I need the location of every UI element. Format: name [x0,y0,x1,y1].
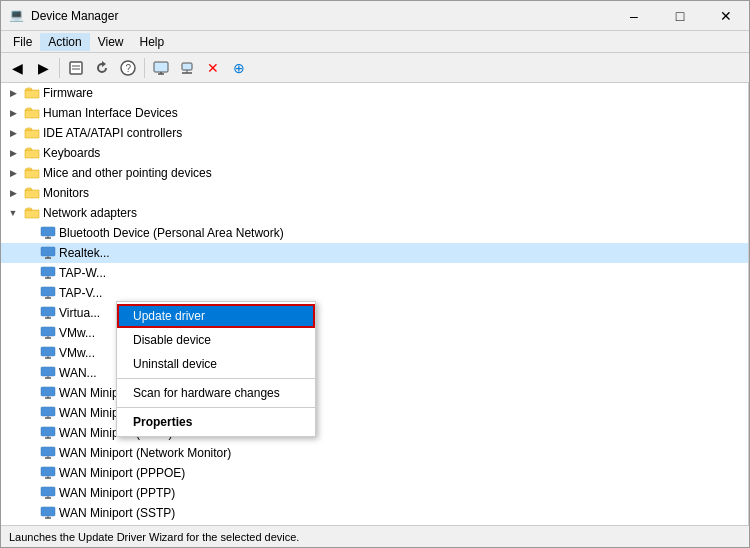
expand-icon-wan[interactable] [21,365,37,381]
tree-item-firmware[interactable]: ▶Firmware [1,83,748,103]
item-label-firmware: Firmware [43,86,93,100]
ctx-item-props[interactable]: Properties [117,410,315,434]
status-bar: Launches the Update Driver Wizard for th… [1,525,749,547]
item-label-wan: WAN... [59,366,97,380]
tree-item-keyboards[interactable]: ▶Keyboards [1,143,748,163]
tree-item-ide[interactable]: ▶IDE ATA/ATAPI controllers [1,123,748,143]
expand-icon-wan_pppoe[interactable] [21,465,37,481]
expand-icon-wan_sstp[interactable] [21,505,37,521]
tree-item-wan_ip[interactable]: WAN Miniport (IP) [1,383,748,403]
tree-item-realtek[interactable]: Realtek... [1,243,748,263]
tree-item-hid[interactable]: ▶Human Interface Devices [1,103,748,123]
item-icon-firmware [24,85,40,101]
tree-item-wan_sstp[interactable]: WAN Miniport (SSTP) [1,503,748,523]
back-button[interactable]: ◀ [5,56,29,80]
expand-icon-realtek[interactable] [21,245,37,261]
item-label-wan_pptp: WAN Miniport (PPTP) [59,486,175,500]
expand-icon-wan_l2tp[interactable] [21,425,37,441]
toolbar-separator-1 [59,58,60,78]
tree-item-vmw2[interactable]: VMw... [1,343,748,363]
expand-icon-keyboards[interactable]: ▶ [5,145,21,161]
expand-icon-vmw2[interactable] [21,345,37,361]
context-menu: Update driverDisable deviceUninstall dev… [116,301,316,437]
ctx-item-scan[interactable]: Scan for hardware changes [117,381,315,405]
expand-icon-firmware[interactable]: ▶ [5,85,21,101]
tree-item-bluetooth[interactable]: Bluetooth Device (Personal Area Network) [1,223,748,243]
title-buttons: – □ ✕ [611,1,749,30]
remove-button[interactable]: ✕ [201,56,225,80]
tree-panel[interactable]: ▶Firmware▶Human Interface Devices▶IDE AT… [1,83,749,525]
maximize-button[interactable]: □ [657,1,703,30]
network-button[interactable] [175,56,199,80]
title-bar: 💻 Device Manager – □ ✕ [1,1,749,31]
expand-icon-monitors[interactable]: ▶ [5,185,21,201]
item-icon-tap2 [40,285,56,301]
svg-rect-17 [41,267,55,276]
expand-icon-virtual1[interactable] [21,305,37,321]
tree-item-other[interactable]: ▶Other devices [1,523,748,525]
status-text: Launches the Update Driver Wizard for th… [9,531,299,543]
expand-icon-tap2[interactable] [21,285,37,301]
ctx-separator-sep1 [117,378,315,379]
item-label-network: Network adapters [43,206,137,220]
close-button[interactable]: ✕ [703,1,749,30]
tree-item-wan_ipv6[interactable]: WAN Miniport (IPv6) [1,403,748,423]
item-label-tap2: TAP-V... [59,286,102,300]
menu-file[interactable]: File [5,33,40,51]
ctx-item-update[interactable]: Update driver [117,304,315,328]
refresh-button[interactable] [90,56,114,80]
tree-item-tap2[interactable]: TAP-V... [1,283,748,303]
forward-button[interactable]: ▶ [31,56,55,80]
expand-icon-vmw1[interactable] [21,325,37,341]
ctx-item-disable[interactable]: Disable device [117,328,315,352]
item-icon-realtek [40,245,56,261]
item-label-realtek: Realtek... [59,246,110,260]
tree-item-wan_nm[interactable]: WAN Miniport (Network Monitor) [1,443,748,463]
scan-button[interactable] [149,56,173,80]
item-icon-wan_ipv6 [40,405,56,421]
item-icon-network [24,205,40,221]
tree-item-wan_pptp[interactable]: WAN Miniport (PPTP) [1,483,748,503]
tree-item-monitors[interactable]: ▶Monitors [1,183,748,203]
svg-rect-29 [41,347,55,356]
item-label-wan_nm: WAN Miniport (Network Monitor) [59,446,231,460]
ctx-item-uninstall[interactable]: Uninstall device [117,352,315,376]
expand-icon-network[interactable]: ▼ [5,205,21,221]
item-label-wan_pppoe: WAN Miniport (PPPOE) [59,466,185,480]
expand-icon-wan_ipv6[interactable] [21,405,37,421]
svg-rect-38 [41,407,55,416]
expand-icon-bluetooth[interactable] [21,225,37,241]
item-label-monitors: Monitors [43,186,89,200]
expand-icon-wan_nm[interactable] [21,445,37,461]
expand-icon-tap1[interactable] [21,265,37,281]
tree-item-tap1[interactable]: TAP-W... [1,263,748,283]
item-icon-wan [40,365,56,381]
menu-help[interactable]: Help [132,33,173,51]
properties-button[interactable] [64,56,88,80]
item-label-virtual1: Virtua... [59,306,100,320]
toolbar: ◀ ▶ ? ✕ ⊕ [1,53,749,83]
app-icon: 💻 [9,8,25,24]
item-icon-wan_pppoe [40,465,56,481]
item-label-hid: Human Interface Devices [43,106,178,120]
tree-item-vmw1[interactable]: VMw... [1,323,748,343]
item-icon-keyboards [24,145,40,161]
tree-item-network[interactable]: ▼Network adapters [1,203,748,223]
tree-item-wan[interactable]: WAN... [1,363,748,383]
minimize-button[interactable]: – [611,1,657,30]
menu-view[interactable]: View [90,33,132,51]
tree-item-mice[interactable]: ▶Mice and other pointing devices [1,163,748,183]
expand-icon-mice[interactable]: ▶ [5,165,21,181]
add-button[interactable]: ⊕ [227,56,251,80]
expand-icon-hid[interactable]: ▶ [5,105,21,121]
item-icon-wan_pptp [40,485,56,501]
tree-item-virtual1[interactable]: Virtua... [1,303,748,323]
expand-icon-ide[interactable]: ▶ [5,125,21,141]
menu-action[interactable]: Action [40,33,89,51]
item-label-vmw1: VMw... [59,326,95,340]
tree-item-wan_l2tp[interactable]: WAN Miniport (L2TP) [1,423,748,443]
expand-icon-wan_pptp[interactable] [21,485,37,501]
help-button[interactable]: ? [116,56,140,80]
tree-item-wan_pppoe[interactable]: WAN Miniport (PPPOE) [1,463,748,483]
expand-icon-wan_ip[interactable] [21,385,37,401]
